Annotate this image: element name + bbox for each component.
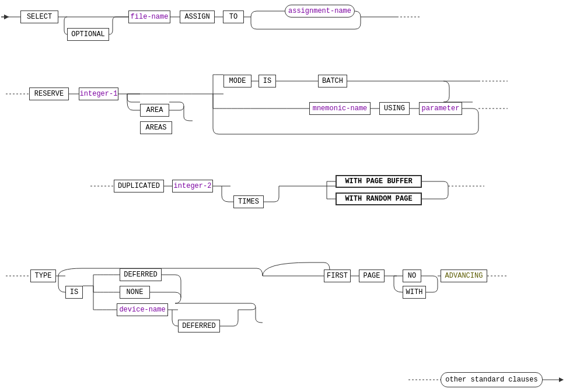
is1-keyword: IS [258,75,276,88]
advancing-keyword: ADVANCING [441,270,487,282]
deferred2-keyword: DEFERRED [178,320,220,332]
integer2-var: integer-2 [172,180,213,192]
file-name-var: file-name [128,10,170,23]
syntax-diagram: SELECT OPTIONAL file-name ASSIGN TO assi… [0,0,573,392]
reserve-keyword: RESERVE [29,88,69,100]
with-page-buffer-keyword: WITH PAGE BUFFER [336,175,422,188]
is2-keyword: IS [65,286,83,299]
none-keyword: NONE [120,286,150,299]
type-keyword: TYPE [30,270,56,282]
optional-keyword: OPTIONAL [67,28,109,41]
with-keyword: WITH [403,286,426,299]
first-keyword: FIRST [324,270,351,282]
mnemonic-name-var: mnemonic-name [309,102,371,115]
integer1-var: integer-1 [79,88,118,100]
connector-lines [0,0,573,392]
assignment-name-var: assignment-name [285,5,355,18]
deferred1-keyword: DEFERRED [120,268,162,281]
assign-keyword: ASSIGN [180,10,215,23]
with-random-page-keyword: WITH RANDOM PAGE [336,192,422,205]
select-keyword: SELECT [20,10,58,23]
to-keyword: TO [223,10,244,23]
other-standard-clauses: other standard clauses [441,372,543,387]
mode-keyword: MODE [223,75,251,88]
page-keyword: PAGE [359,270,385,282]
areas-keyword: AREAS [140,121,172,134]
device-name-var: device-name [117,303,168,316]
times-keyword: TIMES [233,195,264,208]
using-keyword: USING [379,102,410,115]
no-keyword: NO [403,270,421,282]
area-keyword: AREA [140,104,169,117]
duplicated-keyword: DUPLICATED [114,180,164,192]
batch-keyword: BATCH [318,75,347,88]
parameter-var: parameter [419,102,462,115]
